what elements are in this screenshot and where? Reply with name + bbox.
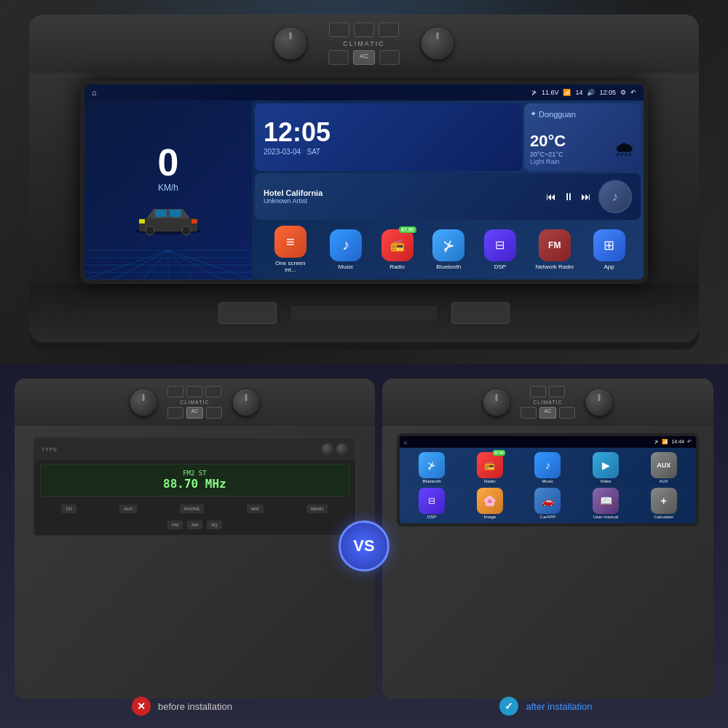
old-knob-1[interactable] — [322, 443, 333, 455]
new-app-music[interactable]: ♪ Music — [520, 452, 576, 483]
weather-desc: Light Rain — [530, 158, 566, 165]
battery-voltage: 11.6V — [542, 89, 559, 96]
before-climate-btn-4[interactable] — [167, 407, 183, 419]
settings-icon: ⚙ — [620, 89, 626, 96]
back-icon[interactable]: ↶ — [630, 89, 636, 96]
video-icon-symbol: ▶ — [602, 459, 610, 471]
app-apps[interactable]: ⊞ App — [593, 229, 625, 270]
app-dsp[interactable]: ⊟ DSP — [484, 229, 516, 270]
new-app-calc[interactable]: + Calculator — [636, 488, 692, 519]
music-note-icon: ♪ — [612, 189, 619, 205]
app-network-radio[interactable]: FM Network Radio — [536, 229, 574, 270]
aux-icon-symbol: AUX — [657, 462, 670, 469]
app-music[interactable]: ♪ Music — [330, 229, 362, 270]
after-climate-btn-4[interactable] — [559, 407, 575, 419]
old-btn-am[interactable]: AM — [187, 521, 202, 529]
old-btn-menu[interactable]: MENU — [306, 505, 328, 513]
new-video-label: Video — [600, 479, 611, 483]
location-text: Dongguan — [539, 110, 576, 119]
climate-btn-3[interactable] — [379, 23, 399, 37]
old-btn-sq[interactable]: SQ — [207, 521, 222, 529]
old-btn-mix[interactable]: MIX — [247, 505, 264, 513]
clock-status: 12:05 — [599, 89, 616, 96]
bottom-panel-3 — [451, 302, 510, 324]
after-knob-right[interactable] — [586, 389, 612, 416]
before-climate-btn-3[interactable] — [205, 386, 221, 397]
climate-btn-5[interactable] — [379, 50, 400, 65]
before-knob-left[interactable] — [130, 389, 157, 416]
app-one-screen[interactable]: ≡ One screen int... — [270, 226, 310, 273]
new-app-carapp[interactable]: 🚗 CarAPP — [520, 488, 576, 519]
new-carapp-label: CarAPP — [540, 515, 556, 519]
after-climate: CLIMATIC AC — [382, 379, 713, 426]
before-climate-btn-1[interactable] — [167, 386, 183, 397]
after-label: after installation — [526, 701, 592, 712]
star-icon: ✦ — [530, 109, 537, 119]
before-climate-buttons-2: AC — [167, 407, 223, 419]
new-app-video[interactable]: ▶ Video — [578, 452, 634, 483]
new-radio-icon: 📻 87.50 — [477, 452, 503, 478]
climate-btn-1[interactable] — [329, 23, 349, 37]
new-head-unit[interactable]: ⌂ ⊁ 📶 14:44 ↶ ⊁ Bluetooth 📻 87.50 — [397, 433, 699, 526]
after-climate-btn-2[interactable] — [549, 386, 565, 397]
volume-icon: 🔊 — [587, 89, 595, 96]
climate-btn-4[interactable] — [328, 50, 349, 65]
climate-btn-2[interactable] — [354, 23, 374, 37]
new-app-bluetooth[interactable]: ⊁ Bluetooth — [404, 452, 460, 483]
bt-icon-symbol: ⊁ — [427, 459, 436, 471]
after-section: CLIMATIC AC ⌂ ⊁ 📶 14:44 ↶ — [382, 379, 713, 699]
ac-button[interactable]: AC — [353, 50, 376, 65]
calc-icon-symbol: + — [661, 495, 667, 507]
new-app-image[interactable]: 🌸 Image — [462, 488, 518, 519]
svg-rect-15 — [170, 210, 181, 217]
head-unit[interactable]: MIC ⌂ ⏻ ◁ ≡ ↩ ⌂ ⊁ — [80, 80, 648, 284]
weather-temp: 20°C — [530, 132, 566, 151]
before-climate-btn-5[interactable] — [206, 407, 222, 419]
new-app-radio[interactable]: 📻 87.50 Radio — [462, 452, 518, 483]
new-back-icon: ↶ — [687, 439, 692, 445]
music-cover: ♪ — [598, 180, 632, 213]
new-aux-label: AUX — [660, 479, 668, 483]
temp-knob-left[interactable] — [274, 28, 306, 60]
next-button[interactable]: ⏭ — [581, 191, 591, 202]
app-bluetooth[interactable]: ⊁ Bluetooth — [432, 229, 464, 270]
before-knob-right[interactable] — [233, 389, 259, 416]
after-climate-btn-1[interactable] — [530, 386, 546, 397]
app-icons-row: ≡ One screen int... ♪ Music — [255, 222, 641, 277]
temp-knob-right[interactable] — [422, 28, 454, 60]
after-knob-left[interactable] — [483, 389, 510, 416]
new-status-icons: ⊁ 📶 14:44 ↶ — [654, 439, 692, 445]
play-pause-button[interactable]: ⏸ — [563, 191, 574, 202]
before-climate-btn-2[interactable] — [186, 386, 202, 397]
after-climate-buttons-2: AC — [521, 407, 576, 419]
new-app-dsp[interactable]: ⊟ DSP — [404, 488, 460, 519]
old-knob-2[interactable] — [336, 443, 348, 455]
clock-date-text: 2023-03-04 — [264, 148, 301, 156]
app-label-dsp: DSP — [494, 264, 506, 270]
old-radio-unit: TYPE FM2 ST 88.70 MHz CD AUX PHONE MIX M… — [33, 437, 357, 537]
old-btn-fm[interactable]: FM — [167, 521, 183, 529]
new-calc-label: Calculator — [654, 515, 673, 519]
home-icon: ⌂ — [92, 88, 97, 97]
old-btn-aux[interactable]: AUX — [119, 505, 137, 513]
after-climate-center: CLIMATIC AC — [521, 386, 576, 419]
apps-grid-icon: ⊞ — [604, 237, 614, 253]
climate-controls-top: CLIMATIC AC — [29, 15, 699, 73]
new-app-manual[interactable]: 📖 User manual — [578, 488, 634, 519]
after-climate-btn-3[interactable] — [521, 407, 537, 419]
svg-rect-14 — [155, 210, 167, 217]
before-climate-buttons — [167, 386, 221, 397]
after-ac-btn[interactable]: AC — [539, 407, 557, 419]
before-label: before installation — [158, 701, 232, 712]
after-label-area: ✓ after installation — [364, 697, 728, 716]
prev-button[interactable]: ⏮ — [546, 191, 556, 202]
app-radio[interactable]: 📻 87.50 Radio — [381, 229, 414, 270]
before-climate: CLIMATIC AC — [15, 379, 375, 426]
main-screen[interactable]: ⌂ ⊁ 11.6V 📶 14 🔊 12:05 ⚙ ↶ — [84, 84, 644, 280]
old-btn-phone[interactable]: PHONE — [180, 505, 204, 513]
before-ac-btn[interactable]: AC — [186, 407, 204, 419]
new-time: 14:44 — [671, 439, 684, 445]
old-btn-cd[interactable]: CD — [61, 505, 76, 513]
new-app-aux[interactable]: AUX AUX — [636, 452, 692, 483]
right-panels: 12:05 2023-03-04 SAT ✦ — [252, 100, 644, 280]
